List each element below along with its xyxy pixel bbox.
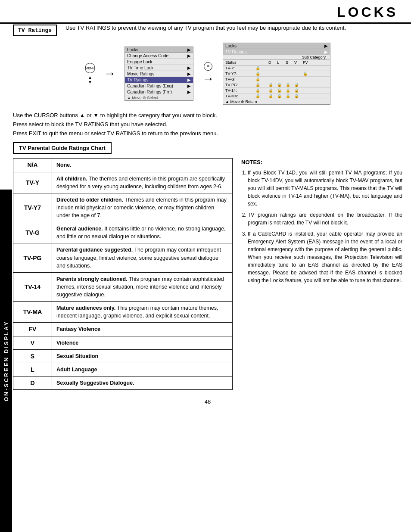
table-row: D Sexually Suggestive Dialogue. [13, 376, 233, 389]
table-row: TV-14 Parents strongly cautioned. This p… [13, 272, 233, 301]
menu-box-1-header: Locks▶ [125, 47, 193, 53]
rating-code-tvpg: TV-PG [13, 243, 52, 272]
menu-item-change-access: Change Access Code▶ [125, 53, 193, 59]
ratings-chart-table: N/A None. TV-Y All children. The themes … [13, 158, 233, 390]
rating-desc-na: None. [52, 159, 233, 172]
menu-item-tv-time-lock: TV Time Lock▶ [125, 65, 193, 71]
page-title: LOCKS [0, 4, 398, 20]
rating-desc-v: Violence [52, 336, 233, 349]
rating-desc-tvy7: Directed to older children. Themes and e… [52, 193, 233, 222]
rating-desc-tv14: Parents strongly cautioned. This program… [52, 272, 233, 301]
rating-code-l: L [13, 363, 52, 376]
table-row: TV-PG Parental guidance suggested. The p… [13, 243, 233, 272]
two-column-layout: N/A None. TV-Y All children. The themes … [13, 158, 402, 390]
rating-code-d: D [13, 376, 52, 389]
menu-icon: MENU [85, 63, 95, 73]
notes-title: NOTES: [241, 158, 402, 167]
menu-item-canadian-eng: Canadian Ratings (Eng)▶ [125, 83, 193, 89]
ratings-table-col-headers: StatusDLSVFV [223, 60, 330, 65]
rt-row-tvma: TV-MA:🔒🔒🔒🔒🔒 [223, 93, 330, 99]
rating-desc-d: Sexually Suggestive Dialogue. [52, 376, 233, 389]
rating-desc-tvpg: Parental guidance suggested. The program… [52, 243, 233, 272]
ratings-table-box: Locks▶ TV Ratings▶ Sub Category StatusDL… [223, 43, 330, 105]
list-item: If you Block TV-14D, you will still perm… [248, 169, 402, 208]
rating-desc-tvma: Mature audiences only. This program may … [52, 302, 233, 323]
side-label: ON-SCREEN DISPLAY [0, 190, 12, 532]
arrow-right-2: ⊕ → [202, 62, 214, 86]
rt-row-tvg: TV-G:🔒 [223, 77, 330, 82]
rating-code-fv: FV [13, 323, 52, 336]
rating-code-tv14: TV-14 [13, 272, 52, 301]
menu-item-movie-ratings: Movie Ratings▶ [125, 71, 193, 77]
ratings-table-footer: ▲ Move ⊕ Return [223, 99, 330, 104]
menu-remote: MENU ▲ ▼ [85, 63, 95, 84]
cursor-description: Use the CURSOR buttons ▲ or ▼ to highlig… [13, 111, 402, 138]
rating-code-na: N/A [13, 159, 52, 172]
rating-code-tvma: TV-MA [13, 302, 52, 323]
rating-desc-s: Sexual Situation [52, 349, 233, 363]
table-row: L Adult Language [13, 363, 233, 376]
table-row: TV-G General audience. It contains littl… [13, 222, 233, 243]
table-row: V Violence [13, 336, 233, 349]
table-row: FV Fantasy Violence [13, 323, 233, 336]
rating-code-tvy: TV-Y [13, 172, 52, 193]
table-row: TV-MA Mature audiences only. This progra… [13, 302, 233, 323]
rating-code-v: V [13, 336, 52, 349]
ratings-table-sub-header: TV Ratings▶ [223, 49, 330, 55]
list-item: If a CableCARD is installed, your cable … [248, 230, 402, 284]
menu-box-1-footer: ▲ Move ⊕ Select [125, 95, 193, 100]
table-row: N/A None. [13, 159, 233, 172]
tv-ratings-description: Use TV RATINGS to prevent the viewing of… [65, 24, 346, 32]
menu-box-1: Locks▶ Change Access Code▶ Engage Lock T… [125, 47, 193, 101]
arrow-right-1: → [104, 67, 116, 81]
tv-ratings-label: TV Ratings [13, 25, 57, 36]
rt-row-tv14: TV-14:🔒🔒🔒🔒🔒 [223, 88, 330, 93]
table-row: TV-Y7 Directed to older children. Themes… [13, 193, 233, 222]
rt-row-tvpg: TV-PG:🔒🔒🔒🔒🔒 [223, 82, 330, 88]
rt-row-tvy7: TV-Y7:🔒🔒 [223, 71, 330, 77]
notes-list: If you Block TV-14D, you will still perm… [248, 169, 402, 284]
rating-desc-fv: Fantasy Violence [52, 323, 233, 336]
rating-code-s: S [13, 349, 52, 363]
rating-code-tvg: TV-G [13, 222, 52, 243]
rt-row-tvy: TV-Y:🔒 [223, 65, 330, 71]
menu-item-tv-ratings: TV Ratings▶ [125, 77, 193, 83]
ratings-table-header: Locks▶ [223, 43, 330, 49]
page-number: 48 [13, 398, 402, 409]
table-row: S Sexual Situation [13, 349, 233, 363]
menu-item-canadian-frn: Canadian Ratings (Frn)▶ [125, 89, 193, 95]
parental-guide-header: TV Parental Guide Ratings Chart [13, 142, 112, 154]
rating-desc-l: Adult Language [52, 363, 233, 376]
list-item: TV program ratings are dependent on the … [248, 211, 402, 227]
rating-code-tvy7: TV-Y7 [13, 193, 52, 222]
menu-item-engage-lock: Engage Lock [125, 59, 193, 65]
rating-desc-tvg: General audience. It contains little or … [52, 222, 233, 243]
rating-desc-tvy: All children. The themes and elements in… [52, 172, 233, 193]
menu-diagram: MENU ▲ ▼ → Locks▶ Change Access Code▶ En… [13, 43, 402, 105]
tv-ratings-section: TV Ratings Use TV RATINGS to prevent the… [13, 24, 402, 36]
notes-column: NOTES: If you Block TV-14D, you will sti… [241, 158, 402, 390]
table-row: TV-Y All children. The themes and elemen… [13, 172, 233, 193]
